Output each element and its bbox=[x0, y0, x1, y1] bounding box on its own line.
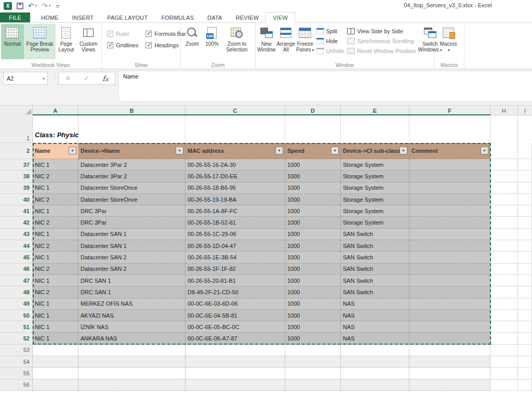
cell[interactable] bbox=[490, 310, 518, 321]
cell[interactable] bbox=[490, 368, 518, 379]
tab-page-layout[interactable]: PAGE LAYOUT bbox=[100, 12, 154, 22]
cell[interactable] bbox=[518, 379, 532, 391]
undo-button[interactable]: ↶▾ bbox=[28, 3, 37, 9]
cell[interactable]: 1000 bbox=[285, 321, 341, 333]
cell[interactable] bbox=[78, 379, 185, 391]
cell[interactable] bbox=[490, 356, 518, 368]
cell[interactable] bbox=[33, 356, 78, 368]
cell[interactable] bbox=[185, 379, 285, 391]
cell[interactable]: 00-26-55-1F-1F-82 bbox=[185, 264, 285, 275]
cell[interactable] bbox=[409, 229, 490, 240]
cell[interactable] bbox=[409, 171, 490, 182]
cell[interactable] bbox=[409, 217, 490, 228]
cell[interactable] bbox=[341, 356, 409, 368]
cell[interactable] bbox=[409, 345, 490, 356]
zoom-button[interactable]: Zoom bbox=[182, 24, 203, 59]
cell[interactable]: NIC 1 bbox=[33, 252, 78, 263]
cell[interactable] bbox=[341, 345, 409, 356]
row-header[interactable]: 44 bbox=[0, 240, 33, 252]
cell[interactable] bbox=[490, 333, 518, 344]
cell[interactable]: 1000 bbox=[285, 298, 341, 310]
row-header[interactable]: 43 bbox=[0, 229, 33, 240]
cell[interactable] bbox=[33, 368, 78, 379]
row-header-1[interactable]: 1 bbox=[0, 115, 33, 143]
checkbox-formula-bar[interactable]: Formula Bar bbox=[145, 28, 186, 40]
zoom-to-selection-button[interactable]: Zoom to Selection bbox=[221, 24, 252, 59]
cell[interactable] bbox=[518, 356, 532, 368]
cell[interactable]: NIC 2 bbox=[33, 171, 78, 182]
cell[interactable]: İZNİK NAS bbox=[78, 321, 185, 333]
cell[interactable]: Datacenter SAN 1 bbox=[78, 240, 185, 252]
cell-C1[interactable] bbox=[185, 115, 285, 143]
checkbox-ruler[interactable]: Ruler bbox=[107, 28, 138, 40]
tab-formulas[interactable]: FORMULAS bbox=[154, 12, 201, 22]
cell[interactable] bbox=[78, 356, 185, 368]
cell[interactable]: SAN Switch bbox=[341, 229, 409, 240]
cell[interactable] bbox=[518, 333, 532, 344]
row-header[interactable]: 51 bbox=[0, 321, 33, 333]
table-header-cell[interactable]: MAC address bbox=[185, 143, 285, 159]
cell[interactable]: NIC 2 bbox=[33, 264, 78, 275]
cell[interactable] bbox=[409, 264, 490, 275]
table-header-cell[interactable]: Device->CI sub-class bbox=[341, 143, 409, 159]
column-header-H[interactable]: H bbox=[490, 106, 518, 115]
redo-dropdown-icon[interactable]: ▾ bbox=[49, 4, 51, 8]
cell[interactable]: NIC 2 bbox=[33, 286, 78, 298]
cell[interactable] bbox=[409, 252, 490, 263]
tab-home[interactable]: HOME bbox=[34, 12, 65, 22]
cell[interactable] bbox=[285, 368, 341, 379]
cell[interactable]: AKYAZI NAS bbox=[78, 310, 185, 321]
filter-dropdown-icon[interactable] bbox=[176, 147, 183, 154]
cell[interactable] bbox=[518, 240, 532, 252]
cell[interactable] bbox=[285, 345, 341, 356]
cell[interactable]: SAN Switch bbox=[341, 264, 409, 275]
page-break-preview-button[interactable]: Page Break Preview bbox=[24, 24, 56, 59]
save-button[interactable] bbox=[17, 3, 23, 9]
column-header-I[interactable]: I bbox=[518, 106, 532, 115]
name-box-dropdown-icon[interactable]: ▾ bbox=[43, 76, 45, 81]
cell[interactable] bbox=[490, 143, 518, 159]
cell[interactable]: 1000 bbox=[285, 310, 341, 321]
cell[interactable]: SAN Switch bbox=[341, 275, 409, 286]
cell[interactable]: 1000 bbox=[285, 159, 341, 171]
row-header[interactable]: 54 bbox=[0, 356, 33, 368]
cell[interactable]: SAN Switch bbox=[341, 252, 409, 263]
cell[interactable] bbox=[490, 275, 518, 286]
cell[interactable] bbox=[518, 217, 532, 228]
cell[interactable]: NIC 1 bbox=[33, 275, 78, 286]
cell[interactable] bbox=[78, 368, 185, 379]
macros-button[interactable]: Macros bbox=[435, 24, 461, 59]
cell[interactable] bbox=[518, 143, 532, 159]
cell[interactable] bbox=[518, 345, 532, 356]
row-header[interactable]: 50 bbox=[0, 310, 33, 321]
row-header[interactable]: 47 bbox=[0, 275, 33, 286]
cell[interactable]: 00-26-55-1B-52-61 bbox=[185, 217, 285, 228]
cell[interactable] bbox=[518, 229, 532, 240]
cell[interactable]: 1000 bbox=[285, 194, 341, 205]
cell[interactable]: Datacenter 3Par 2 bbox=[78, 159, 185, 171]
table-header-cell[interactable]: Name bbox=[33, 143, 78, 159]
cell[interactable] bbox=[409, 182, 490, 194]
reset-window-position-button[interactable]: Reset Window Position bbox=[345, 46, 417, 56]
tab-view[interactable]: VIEW bbox=[265, 12, 295, 23]
row-header[interactable]: 40 bbox=[0, 194, 33, 205]
cell[interactable] bbox=[409, 310, 490, 321]
cell[interactable] bbox=[409, 240, 490, 252]
cell[interactable] bbox=[490, 171, 518, 182]
row-header[interactable]: 52 bbox=[0, 333, 33, 344]
cell[interactable]: NIC 1 bbox=[33, 321, 78, 333]
cancel-icon[interactable]: ✕ bbox=[65, 74, 71, 82]
cell[interactable] bbox=[409, 333, 490, 344]
row-header[interactable]: 39 bbox=[0, 182, 33, 194]
cell[interactable] bbox=[409, 205, 490, 217]
cell[interactable]: DRC 3Par bbox=[78, 217, 185, 228]
cell[interactable]: Datacenter StoreOnce bbox=[78, 194, 185, 205]
cell[interactable]: NAS bbox=[341, 298, 409, 310]
cell[interactable] bbox=[409, 379, 490, 391]
cell[interactable]: Storage System bbox=[341, 159, 409, 171]
cell[interactable]: DRC SAN 1 bbox=[78, 275, 185, 286]
insert-function-icon[interactable]: fx bbox=[102, 74, 108, 83]
cell-B1[interactable] bbox=[78, 115, 185, 143]
cell[interactable]: 00-26-55-16-2A-30 bbox=[185, 159, 285, 171]
tab-review[interactable]: REVIEW bbox=[229, 12, 266, 22]
